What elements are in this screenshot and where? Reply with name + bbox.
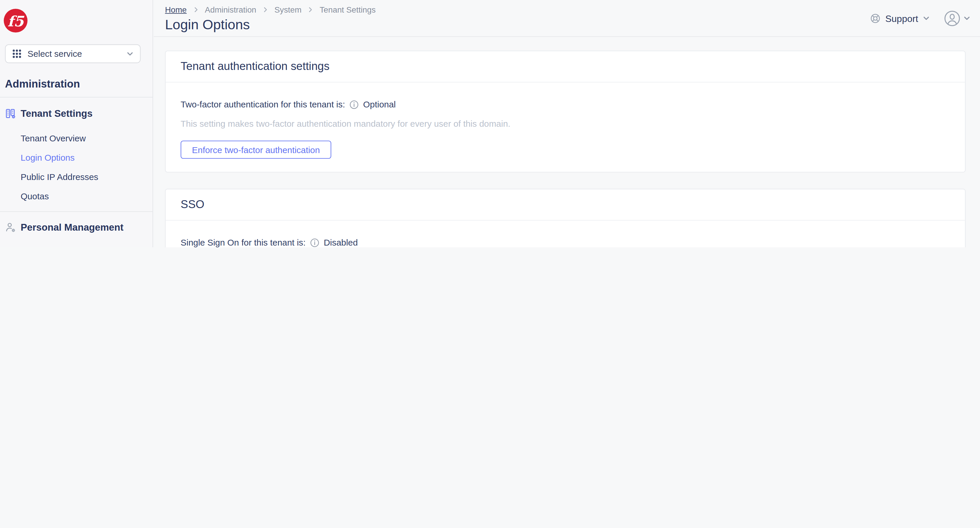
card-tenant-authentication-settings: Tenant authentication settings Two-facto… [165,51,966,172]
sidebar-item-my-account[interactable]: My Account [0,242,153,247]
user-gear-icon [5,222,16,233]
app-window: f5 Select service Administration [0,0,980,247]
service-selector-label: Select service [27,49,126,59]
sidebar: f5 Select service Administration [0,0,153,247]
support-menu[interactable]: Support [870,13,930,24]
support-menu-label: Support [885,13,918,24]
chevron-down-icon [923,14,930,22]
page-title: Login Options [165,17,250,33]
header-actions: Support [870,10,970,27]
sidebar-divider [0,212,153,212]
f5-logo[interactable]: f5 [4,9,27,32]
service-selector[interactable]: Select service [5,45,140,63]
f5-logo-text: f5 [8,12,24,29]
sidebar-section-tenant-settings: Tenant Settings Tenant Overview Login Op… [0,107,153,206]
breadcrumb-system[interactable]: System [274,5,301,14]
chevron-right-icon [262,6,269,13]
sidebar-item-tenant-overview[interactable]: Tenant Overview [0,129,153,148]
info-icon[interactable] [310,238,319,247]
card-body: Single Sign On for this tenant is: Disab… [165,221,965,247]
sso-status-label: Single Sign On for this tenant is: [181,237,305,247]
breadcrumb-home[interactable]: Home [165,5,187,14]
two-factor-status-value: Optional [363,99,396,110]
breadcrumb: Home Administration System Tenant Settin… [165,5,376,14]
section-label: Personal Management [21,222,123,233]
sidebar-section-personal-management: Personal Management My Account My Namesp… [0,221,153,247]
section-header-personal-management: Personal Management [0,221,153,234]
chevron-right-icon [192,6,199,13]
sso-status-row: Single Sign On for this tenant is: Disab… [181,237,950,247]
sidebar-divider [0,97,153,97]
card-body: Two-factor authentication for this tenan… [165,83,965,172]
breadcrumb-administration[interactable]: Administration [205,5,256,14]
two-factor-status-row: Two-factor authentication for this tenan… [181,99,950,110]
sidebar-item-quotas[interactable]: Quotas [0,187,153,206]
info-icon[interactable] [350,100,359,109]
content-header: Home Administration System Tenant Settin… [154,0,980,37]
section-header-tenant-settings: Tenant Settings [0,107,153,120]
main-content: Home Administration System Tenant Settin… [154,0,980,247]
breadcrumb-tenant-settings[interactable]: Tenant Settings [320,5,375,14]
cards-area: Tenant authentication settings Two-facto… [154,37,980,247]
apps-grid-icon [12,49,22,59]
sso-status-value: Disabled [324,237,358,247]
card-title: SSO [165,189,965,221]
chevron-down-icon [126,50,134,58]
avatar-icon [944,10,961,27]
chevron-right-icon [307,6,314,13]
lifebuoy-icon [870,13,881,24]
two-factor-description: This setting makes two-factor authentica… [181,118,950,129]
sidebar-item-public-ip-addresses[interactable]: Public IP Addresses [0,167,153,187]
sidebar-title: Administration [5,78,80,91]
building-gear-icon [5,108,16,119]
chevron-down-icon [963,14,970,22]
enforce-two-factor-button[interactable]: Enforce two-factor authentication [181,140,331,159]
account-menu[interactable] [944,10,970,27]
section-label: Tenant Settings [21,108,92,119]
two-factor-status-label: Two-factor authentication for this tenan… [181,99,345,110]
card-title: Tenant authentication settings [165,51,965,83]
card-sso: SSO Single Sign On for this tenant is: D… [165,189,966,247]
sidebar-item-login-options[interactable]: Login Options [0,148,153,167]
